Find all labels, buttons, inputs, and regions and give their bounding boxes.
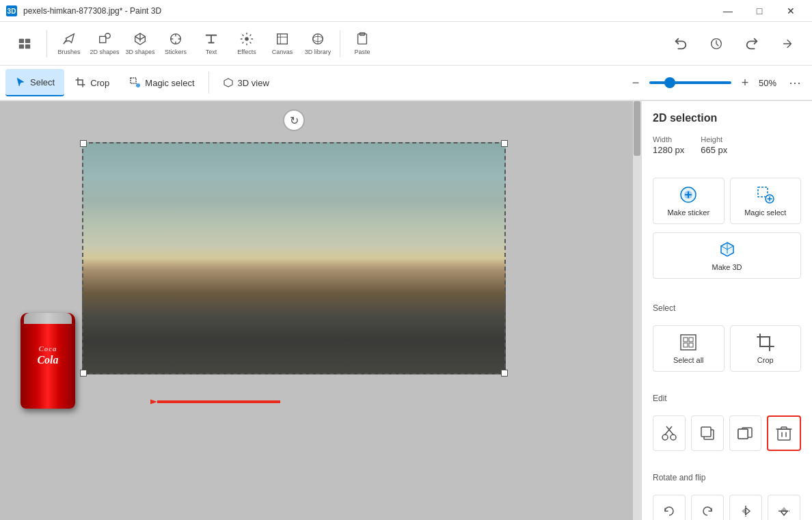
magic-select-label: Magic select xyxy=(145,78,194,88)
rotate-right-button[interactable] xyxy=(691,495,724,520)
cursor-icon xyxy=(15,77,26,87)
canvas-content: ↻ xyxy=(82,142,506,374)
close-button[interactable]: ✕ xyxy=(775,0,807,22)
brushes-label: Brushes xyxy=(57,49,80,55)
svg-rect-16 xyxy=(131,78,136,83)
zoom-more-button[interactable]: ⋯ xyxy=(789,75,801,90)
canvas-area[interactable]: Select the shole canvas Drag it aside xyxy=(0,101,641,520)
brushes-button[interactable]: Brushes xyxy=(53,25,85,63)
select-tool-button[interactable]: Select xyxy=(5,69,64,96)
3d-shapes-label: 3D shapes xyxy=(125,49,154,55)
rotate-row xyxy=(653,495,801,520)
zoom-out-button[interactable]: − xyxy=(627,76,644,90)
canvas-image xyxy=(82,142,506,374)
3d-view-icon xyxy=(223,77,234,88)
rotate-handle[interactable]: ↻ xyxy=(283,109,305,131)
delete-button[interactable] xyxy=(767,415,801,451)
select-all-button[interactable]: Select all xyxy=(653,325,725,372)
flip-v-icon xyxy=(776,504,791,519)
2d-shapes-button[interactable]: 2D shapes xyxy=(88,25,121,63)
cut-button[interactable] xyxy=(653,415,686,451)
text-button[interactable]: Text xyxy=(195,25,228,63)
rotate-right-icon xyxy=(700,504,715,519)
svg-rect-32 xyxy=(701,427,711,437)
svg-rect-2 xyxy=(19,38,24,42)
zoom-in-button[interactable]: + xyxy=(737,76,753,90)
undo-button[interactable] xyxy=(664,25,697,63)
crop-panel-icon xyxy=(756,333,775,352)
panel-title: 2D selection xyxy=(653,112,801,124)
crop-icon xyxy=(75,77,86,88)
stickers-button[interactable]: Stickers xyxy=(159,25,192,63)
scrollbar-thumb[interactable] xyxy=(634,101,640,156)
2d-shapes-label: 2D shapes xyxy=(90,49,119,55)
paste-button[interactable]: Paste xyxy=(346,25,379,63)
rotate-left-button[interactable] xyxy=(653,495,686,520)
3d-library-button[interactable]: 3D library xyxy=(301,25,334,63)
menu-button[interactable] xyxy=(8,25,41,63)
make-3d-label: Make 3D xyxy=(712,263,742,271)
3d-view-button[interactable]: 3D view xyxy=(213,69,279,96)
rotate-left-icon xyxy=(662,504,677,519)
effects-button[interactable]: Effects xyxy=(230,25,263,63)
edit-row xyxy=(653,415,801,451)
maximize-button[interactable]: □ xyxy=(744,0,775,22)
zoom-label: 50% xyxy=(759,78,783,88)
select-section-label: Select xyxy=(653,303,801,313)
crop-label: Crop xyxy=(90,78,109,88)
stickers-label: Stickers xyxy=(165,49,187,55)
svg-rect-24 xyxy=(681,335,696,350)
height-value: 665 px xyxy=(701,145,727,155)
magic-select-panel-label: Magic select xyxy=(744,208,786,217)
history-button[interactable] xyxy=(700,25,733,63)
titlebar-title: pexels-himkan-877308.jpg* - Paint 3D xyxy=(23,6,161,16)
select-all-icon xyxy=(679,333,698,352)
magic-select-panel-button[interactable]: Magic select xyxy=(730,178,802,224)
toolbar-sep-2 xyxy=(340,30,340,57)
flip-h-icon xyxy=(738,504,753,519)
duplicate-icon xyxy=(735,424,755,443)
titlebar-left: 3D pexels-himkan-877308.jpg* - Paint 3D xyxy=(5,5,161,17)
svg-rect-5 xyxy=(25,44,30,48)
subtoolbar-sep xyxy=(208,72,209,94)
svg-point-30 xyxy=(671,435,676,440)
crop-panel-button[interactable]: Crop xyxy=(730,325,802,372)
svg-text:3D: 3D xyxy=(8,8,16,15)
panel-dimensions: Width 1280 px Height 665 px xyxy=(653,135,801,156)
svg-point-9 xyxy=(245,37,249,41)
right-panel: 2D selection Width 1280 px Height 665 px xyxy=(641,101,812,520)
magic-select-panel-icon xyxy=(756,185,775,204)
duplicate-button[interactable] xyxy=(729,415,762,451)
redo-button[interactable] xyxy=(735,25,768,63)
minimize-button[interactable]: — xyxy=(712,0,744,22)
sticker-magic-group: Make sticker Magic select xyxy=(653,178,801,224)
make-3d-button[interactable]: Make 3D xyxy=(653,232,801,279)
text-label: Text xyxy=(206,49,217,55)
select-label: Select xyxy=(30,77,55,87)
zoom-slider[interactable] xyxy=(649,81,731,84)
flip-horizontal-button[interactable] xyxy=(729,495,762,520)
coke-can: Coca Cola xyxy=(21,313,75,409)
magic-select-icon xyxy=(130,77,141,88)
magic-select-button[interactable]: Magic select xyxy=(120,69,204,96)
svg-rect-27 xyxy=(684,343,688,347)
subtoolbar: Select Crop Magic select 3D view − + 50%… xyxy=(0,66,812,101)
svg-rect-35 xyxy=(738,429,748,439)
more-button[interactable] xyxy=(771,25,804,63)
width-value: 1280 px xyxy=(653,145,684,155)
effects-label: Effects xyxy=(237,49,256,55)
make-3d-icon xyxy=(718,240,737,259)
make-sticker-button[interactable]: Make sticker xyxy=(653,178,725,224)
3d-shapes-button[interactable]: 3D shapes xyxy=(124,25,157,63)
zoom-area: − + 50% ⋯ xyxy=(627,75,807,90)
3d-library-label: 3D library xyxy=(305,49,331,55)
flip-vertical-button[interactable] xyxy=(768,495,800,520)
height-label: Height xyxy=(701,135,727,143)
vertical-scrollbar[interactable] xyxy=(633,101,641,520)
canvas-button[interactable]: Canvas xyxy=(266,25,299,63)
svg-rect-28 xyxy=(689,343,693,347)
svg-rect-4 xyxy=(19,44,24,48)
paste-label: Paste xyxy=(354,49,370,55)
copy-button[interactable] xyxy=(691,415,724,451)
crop-tool-button[interactable]: Crop xyxy=(66,69,119,96)
